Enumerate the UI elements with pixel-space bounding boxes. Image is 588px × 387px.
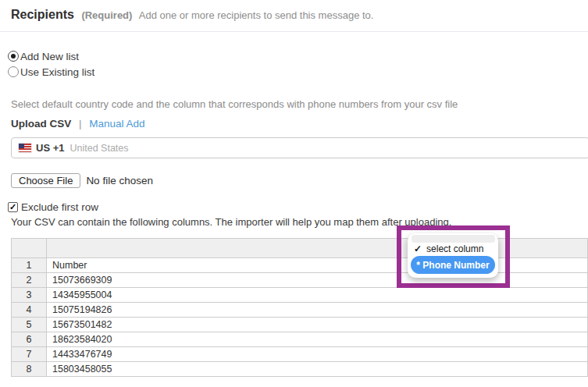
radio-use-existing-list[interactable]: Use Existing list [8, 65, 94, 79]
table-row: 3 14345955004 [12, 288, 588, 303]
header-divider [0, 31, 588, 32]
table-row: 8 15803458055 [12, 362, 588, 377]
exclude-first-row-label: Exclude first row [21, 201, 98, 213]
row-index-cell: 2 [12, 273, 47, 288]
dropdown-option-phone-number[interactable]: * Phone Number [411, 256, 495, 274]
row-index-cell: 1 [12, 258, 47, 273]
row-value-cell: 18623584020 [47, 332, 588, 347]
csv-file-input: Choose File No file chosen [11, 173, 153, 188]
list-type-radio-group: Add New list Use Existing list [8, 49, 94, 80]
choose-file-button[interactable]: Choose File [11, 173, 80, 188]
annotation-highlight-box: ✓ select column * Phone Number [397, 225, 510, 288]
table-row: 4 15075194826 [12, 303, 588, 318]
exclude-first-row-option[interactable]: ✓ Exclude first row [8, 201, 98, 213]
row-value-cell: 14433476749 [47, 347, 588, 362]
row-value-cell: 15673501482 [47, 318, 588, 332]
row-value-cell: 15803458055 [47, 362, 588, 377]
file-chosen-status: No file chosen [86, 175, 153, 186]
table-row: 6 18623584020 [12, 332, 588, 347]
header-index-cell [12, 239, 47, 258]
table-row: 5 15673501482 [12, 318, 588, 332]
check-icon: ✓ [414, 243, 422, 254]
radio-button-icon[interactable] [8, 51, 19, 62]
row-index-cell: 4 [12, 303, 47, 318]
manual-add-link[interactable]: Manual Add [89, 118, 144, 130]
country-name-placeholder: United States [70, 143, 129, 154]
upload-csv-label: Upload CSV [11, 118, 71, 130]
csv-columns-note: Your CSV can contain the following colum… [11, 216, 451, 228]
row-value-cell: 15075194826 [47, 303, 588, 318]
dropdown-option-select-column[interactable]: ✓ select column [414, 243, 492, 255]
country-instructions: Select default country code and the colu… [11, 98, 458, 110]
row-index-cell: 5 [12, 318, 47, 332]
row-index-cell: 3 [12, 288, 47, 303]
required-badge: (Required) [81, 9, 132, 21]
checkbox-checked-icon[interactable]: ✓ [8, 202, 18, 212]
row-index-cell: 8 [12, 362, 47, 377]
radio-use-existing-list-label: Use Existing list [20, 66, 94, 78]
table-row: 7 14433476749 [12, 347, 588, 362]
radio-button-icon[interactable] [8, 66, 19, 77]
page-description: Add one or more recipients to send this … [139, 9, 374, 21]
column-mapping-dropdown: ✓ select column * Phone Number [408, 233, 498, 278]
row-index-cell: 6 [12, 332, 47, 347]
radio-add-new-list-label: Add New list [20, 51, 79, 62]
mode-separator: | [79, 118, 82, 130]
us-flag-icon [19, 144, 31, 152]
faded-option-background [412, 235, 495, 243]
row-index-cell: 7 [12, 347, 47, 362]
upload-mode-row: Upload CSV | Manual Add [11, 118, 145, 130]
radio-add-new-list[interactable]: Add New list [8, 49, 94, 63]
select-column-label: select column [426, 243, 483, 254]
country-code-value: US +1 [36, 142, 65, 154]
row-value-cell: 14345955004 [47, 288, 588, 303]
country-code-select[interactable]: US +1 United States [11, 137, 588, 158]
page-header: Recipients (Required) Add one or more re… [11, 8, 373, 22]
page-title: Recipients [11, 8, 74, 21]
